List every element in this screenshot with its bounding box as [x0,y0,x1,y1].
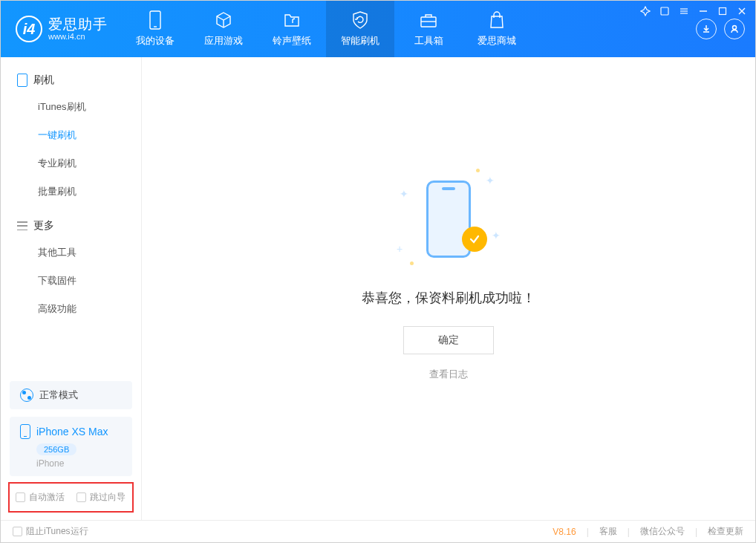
download-button[interactable] [696,19,717,39]
nav-store[interactable]: 爱思商城 [463,1,531,57]
app-subtitle: www.i4.cn [48,32,108,41]
app-header: i4 爱思助手 www.i4.cn 我的设备 应用游戏 铃声壁纸 智能刷机 工具… [1,1,755,57]
music-folder-icon [282,10,302,30]
hamburger-icon [17,221,27,230]
check-badge-icon [462,227,487,252]
phone-outline-icon [17,74,27,87]
nav-device[interactable]: 我的设备 [121,1,189,57]
main-content: ✦ ✦ + ✦ 恭喜您，保资料刷机成功啦！ 确定 查看日志 [142,57,755,520]
sidebar-item-itunes-flash[interactable]: iTunes刷机 [1,93,141,121]
version-label: V8.16 [553,527,576,537]
mode-icon [20,388,33,402]
checkbox-icon [16,492,25,502]
device-info[interactable]: iPhone XS Max 256GB iPhone [10,417,132,476]
window-controls [639,5,748,17]
sidebar-section-more: 更多 [1,213,141,238]
ok-button[interactable]: 确定 [403,326,494,354]
svg-point-12 [733,26,737,30]
nav-label: 我的设备 [136,34,175,48]
bag-icon [487,10,506,30]
success-message: 恭喜您，保资料刷机成功啦！ [362,289,535,307]
shield-refresh-icon [351,10,370,30]
sidebar: 刷机 iTunes刷机 一键刷机 专业刷机 批量刷机 更多 其他工具 下载固件 … [1,57,142,520]
user-button[interactable] [724,19,745,39]
nav-label: 智能刷机 [341,34,379,48]
device-icon [146,10,165,30]
app-title: 爱思助手 [48,17,108,33]
menu-icon[interactable] [678,5,690,17]
nav-label: 爱思商城 [478,34,516,48]
sidebar-section-flash: 刷机 [1,68,141,93]
device-type: iPhone [36,458,122,469]
checkbox-block-itunes[interactable]: 阻止iTunes运行 [13,525,88,538]
close-button[interactable] [736,5,748,17]
checkbox-label: 阻止iTunes运行 [26,525,88,538]
main-nav: 我的设备 应用游戏 铃声壁纸 智能刷机 工具箱 爱思商城 [121,1,531,57]
sidebar-item-oneclick-flash[interactable]: 一键刷机 [1,121,141,149]
nav-label: 应用游戏 [204,34,243,48]
sidebar-section-label: 更多 [33,219,54,233]
theme-icon[interactable] [639,5,651,17]
nav-label: 铃声壁纸 [273,34,311,48]
logo: i4 爱思助手 www.i4.cn [1,1,121,57]
maximize-button[interactable] [717,5,729,17]
checkbox-auto-activate[interactable]: 自动激活 [16,491,65,504]
dot-icon [476,169,480,172]
status-bar: 阻止iTunes运行 V8.16 | 客服 | 微信公众号 | 检查更新 [1,520,755,542]
dot-icon [410,261,414,265]
sidebar-section-label: 刷机 [33,74,54,87]
checkbox-icon [76,492,86,502]
sidebar-item-batch-flash[interactable]: 批量刷机 [1,178,141,206]
device-storage: 256GB [36,443,76,455]
mode-indicator[interactable]: 正常模式 [10,381,132,409]
success-illustration: ✦ ✦ + ✦ [397,167,501,271]
minimize-button[interactable] [697,5,709,17]
sparkle-icon: ✦ [486,175,495,186]
sidebar-item-download-firmware[interactable]: 下载固件 [1,267,141,295]
checkbox-icon [13,527,22,536]
nav-toolbox[interactable]: 工具箱 [394,1,463,57]
svg-rect-5 [720,8,726,15]
sidebar-item-other-tools[interactable]: 其他工具 [1,238,141,267]
mode-label: 正常模式 [39,388,78,402]
checkbox-label: 跳过向导 [90,491,126,504]
highlighted-options: 自动激活 跳过向导 [8,482,134,513]
logo-icon: i4 [16,16,42,42]
checkbox-skip-wizard[interactable]: 跳过向导 [76,491,126,504]
device-name: iPhone XS Max [36,426,108,438]
support-link[interactable]: 客服 [599,525,617,538]
wechat-link[interactable]: 微信公众号 [640,525,685,538]
sidebar-item-pro-flash[interactable]: 专业刷机 [1,149,141,178]
toolbox-icon [419,10,438,30]
cube-icon [214,10,233,30]
checkbox-label: 自动激活 [29,491,65,504]
nav-apps[interactable]: 应用游戏 [189,1,258,57]
sidebar-item-advanced[interactable]: 高级功能 [1,295,141,323]
skin-icon[interactable] [659,5,671,17]
nav-label: 工具箱 [414,34,443,48]
svg-rect-0 [661,7,668,15]
check-update-link[interactable]: 检查更新 [708,525,743,538]
nav-flash[interactable]: 智能刷机 [326,1,394,57]
sparkle-icon: ✦ [400,188,408,200]
view-log-link[interactable]: 查看日志 [429,368,468,381]
phone-icon [20,424,30,439]
sparkle-icon: ✦ [492,230,501,241]
sparkle-icon: + [397,243,403,255]
nav-ringtones[interactable]: 铃声壁纸 [258,1,326,57]
